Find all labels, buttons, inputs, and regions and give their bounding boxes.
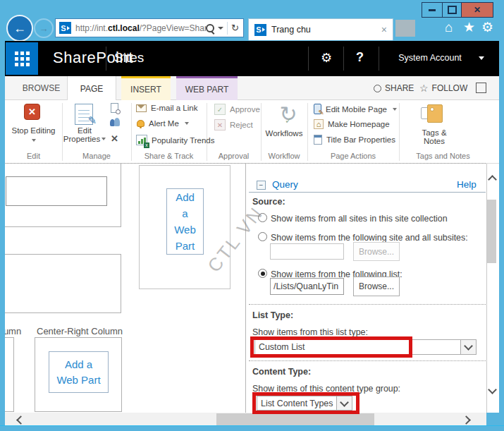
mobile-page-icon bbox=[314, 104, 321, 114]
permissions-button[interactable] bbox=[109, 117, 120, 128]
tags-notes-button[interactable]: Tags & Notes bbox=[399, 128, 469, 145]
chevron-down-icon[interactable] bbox=[218, 27, 223, 30]
minimize-icon bbox=[429, 9, 436, 11]
edit-properties-caret-icon bbox=[102, 138, 106, 140]
delete-page-button[interactable]: ✕ bbox=[109, 133, 120, 144]
edit-properties-button[interactable]: Edit Properties bbox=[62, 126, 107, 143]
alert-me-button[interactable]: Alert Me bbox=[137, 119, 189, 128]
approve-button[interactable]: ✓ Approve bbox=[214, 104, 260, 115]
scroll-right-icon[interactable] bbox=[462, 415, 471, 425]
query-section-title[interactable]: Query bbox=[272, 179, 298, 190]
close-button[interactable]: ✕ bbox=[461, 2, 493, 18]
dotted-separator bbox=[249, 360, 486, 361]
back-button[interactable]: ← bbox=[6, 15, 33, 42]
webpart-zone-left-bottom bbox=[0, 337, 14, 412]
bell-icon bbox=[137, 120, 145, 127]
account-caret-icon[interactable] bbox=[479, 56, 484, 60]
reject-button[interactable]: ✕ Reject bbox=[214, 119, 253, 130]
forward-button[interactable]: → bbox=[34, 18, 54, 38]
site-url-input[interactable] bbox=[270, 243, 344, 260]
envelope-icon bbox=[136, 104, 147, 112]
approve-check-icon: ✓ bbox=[214, 104, 226, 115]
help-link[interactable]: Help bbox=[457, 179, 477, 190]
version-history-button[interactable] bbox=[109, 102, 120, 113]
group-label-manage: Manage bbox=[62, 152, 131, 160]
add-web-part-button-middle[interactable]: Add a Web Part bbox=[166, 188, 204, 255]
browser-tab[interactable]: S Trang chu × bbox=[248, 18, 393, 40]
follow-button[interactable]: ☆ FOLLOW bbox=[419, 76, 467, 100]
waffle-icon bbox=[15, 51, 30, 66]
address-bar[interactable]: S http://int.ctl.local/?PageView=Share ↻ bbox=[55, 18, 244, 37]
radio-site-subsites-label[interactable]: Show items from the following site and a… bbox=[271, 233, 468, 243]
tab-page[interactable]: PAGE bbox=[67, 76, 116, 101]
search-icon[interactable] bbox=[206, 24, 214, 32]
stop-editing-icon: ✕ bbox=[24, 104, 40, 120]
content-type-heading: Content Type: bbox=[252, 367, 311, 377]
maximize-icon bbox=[448, 6, 457, 14]
email-link-button[interactable]: E-mail a Link bbox=[136, 104, 197, 112]
close-icon: ✕ bbox=[474, 5, 481, 15]
vertical-scroll-thumb[interactable] bbox=[487, 200, 496, 263]
edit-mobile-page-button[interactable]: Edit Mobile Page bbox=[314, 104, 397, 114]
share-button[interactable]: SHARE bbox=[374, 76, 414, 100]
app-launcher-button[interactable] bbox=[6, 42, 38, 75]
select-arrow-box[interactable] bbox=[460, 340, 476, 354]
radio-list[interactable] bbox=[258, 269, 267, 278]
minimize-button[interactable] bbox=[422, 2, 443, 18]
list-url-input[interactable] bbox=[270, 278, 344, 295]
refresh-icon[interactable]: ↻ bbox=[231, 23, 239, 33]
home-icon[interactable]: ⌂ bbox=[445, 20, 453, 35]
maximize-button[interactable] bbox=[442, 2, 462, 18]
title-bar-properties-button[interactable]: Title Bar Properties bbox=[314, 135, 395, 145]
title-bar-icon bbox=[314, 135, 322, 145]
webpart-zone-left-middle bbox=[1, 254, 121, 313]
suite-bar: SharePoint Sites ⚙ ? System Account bbox=[5, 41, 499, 76]
zone-label-center-right: Center-Right Column bbox=[37, 326, 123, 336]
list-type-prompt: Show items from this list type: bbox=[252, 327, 368, 337]
tab-close-icon[interactable]: × bbox=[381, 24, 387, 35]
scroll-left-icon[interactable] bbox=[16, 415, 25, 425]
browse-button[interactable]: Browse... bbox=[353, 277, 400, 296]
left-input-box[interactable] bbox=[6, 176, 107, 206]
source-label: Source: bbox=[252, 197, 285, 207]
stop-editing-button[interactable]: Stop Editing bbox=[5, 126, 62, 135]
workflows-icon: ↻ bbox=[277, 103, 300, 126]
add-web-part-button-bottom[interactable]: Add a Web Part bbox=[49, 351, 109, 393]
group-label-tags-notes: Tags and Notes bbox=[399, 152, 487, 160]
delete-x-icon: ✕ bbox=[111, 133, 118, 144]
follow-star-icon: ☆ bbox=[419, 83, 429, 94]
settings-gear-icon[interactable]: ⚙ bbox=[321, 50, 332, 66]
bar-chart-icon bbox=[136, 135, 147, 145]
collapse-section-button[interactable]: − bbox=[257, 181, 266, 190]
sharepoint-favicon: S bbox=[59, 22, 71, 34]
help-icon[interactable]: ? bbox=[356, 50, 364, 65]
divider bbox=[106, 47, 106, 71]
dotted-separator bbox=[249, 304, 486, 305]
horizontal-scrollbar[interactable] bbox=[5, 413, 486, 426]
tab-insert[interactable]: INSERT bbox=[121, 76, 171, 100]
divider bbox=[343, 47, 344, 71]
group-label-page-actions: Page Actions bbox=[307, 152, 399, 160]
focus-mode-icon[interactable] bbox=[476, 83, 486, 93]
horizontal-scroll-thumb[interactable] bbox=[216, 413, 374, 425]
make-homepage-button[interactable]: ⌂ Make Homepage bbox=[314, 119, 390, 129]
account-menu[interactable]: System Account bbox=[388, 53, 472, 63]
tab-web-part[interactable]: WEB PART bbox=[176, 76, 238, 100]
reject-x-icon: ✕ bbox=[214, 119, 226, 130]
list-type-heading: List Type: bbox=[252, 310, 293, 320]
tab-title: Trang chu bbox=[271, 25, 381, 35]
tools-gear-icon[interactable]: ⚙ bbox=[481, 20, 493, 35]
edit-mobile-caret-icon bbox=[393, 108, 397, 111]
new-tab-button[interactable] bbox=[395, 20, 415, 37]
favorites-star-icon[interactable]: ★ bbox=[463, 20, 475, 35]
workflows-button[interactable]: Workflows bbox=[261, 129, 307, 138]
radio-all-sites[interactable] bbox=[258, 213, 267, 222]
popularity-trends-button[interactable]: Popularity Trends bbox=[136, 135, 215, 145]
version-history-icon bbox=[111, 103, 118, 113]
tab-browse[interactable]: BROWSE bbox=[16, 76, 67, 100]
radio-all-sites-label[interactable]: Show items from all sites in this site c… bbox=[271, 214, 448, 224]
ribbon: ✕ Stop Editing Edit ✎ Edit Properties ✕ … bbox=[5, 100, 499, 164]
suite-link-sites[interactable]: Sites bbox=[114, 50, 144, 66]
address-bar-icons: ↻ bbox=[206, 22, 239, 35]
radio-site-subsites[interactable] bbox=[258, 232, 267, 241]
